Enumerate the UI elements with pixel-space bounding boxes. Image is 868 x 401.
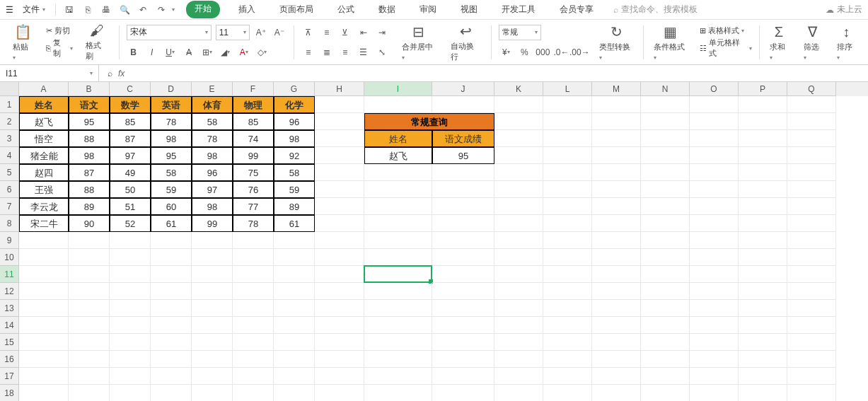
cell[interactable] [19,249,69,266]
cell[interactable] [543,96,592,113]
cell[interactable]: 98 [151,130,192,147]
cell[interactable] [494,215,543,232]
cell[interactable]: 78 [233,215,274,232]
cell[interactable] [315,368,364,385]
cell[interactable] [641,334,690,351]
select-all-corner[interactable] [0,82,19,96]
decrease-font-icon[interactable]: A⁻ [272,25,287,40]
copy-button[interactable]: ⎘复制▾ [46,37,74,59]
cell[interactable]: 97 [110,147,151,164]
cell[interactable]: 95 [432,147,494,164]
cell[interactable]: 59 [151,181,192,198]
cell[interactable]: 88 [69,181,110,198]
cell[interactable] [315,385,364,401]
cell[interactable] [364,215,432,232]
cell[interactable] [543,181,592,198]
cell[interactable] [739,96,787,113]
cell[interactable] [69,317,110,334]
row-header[interactable]: 14 [0,317,19,334]
cell[interactable] [364,334,432,351]
paste-button[interactable]: 📋 粘贴 ▾ [10,22,36,62]
cell[interactable]: 60 [151,198,192,215]
cut-button[interactable]: ✂剪切 [46,25,70,36]
cell[interactable] [641,181,690,198]
cell[interactable] [641,113,690,130]
row-header[interactable]: 1 [0,96,19,113]
cell[interactable] [494,130,543,147]
cell[interactable] [739,215,787,232]
cell[interactable]: 97 [192,181,233,198]
cell[interactable]: 51 [110,198,151,215]
cell[interactable] [364,232,432,249]
cell[interactable] [739,334,787,351]
border-button[interactable]: ⊞▾ [200,45,214,59]
cell[interactable] [739,368,787,385]
cell[interactable] [739,300,787,317]
cell[interactable] [233,385,274,401]
increase-decimal-icon[interactable]: .00→ [572,45,586,59]
cell[interactable] [739,249,787,266]
cell[interactable] [787,283,836,300]
cell[interactable]: 98 [192,198,233,215]
cell[interactable] [690,181,739,198]
cell-style-button[interactable]: ☷单元格样式▾ [700,37,752,59]
cell[interactable] [592,147,641,164]
cell[interactable] [543,385,592,401]
row-header[interactable]: 15 [0,334,19,351]
cell[interactable] [543,368,592,385]
cell[interactable] [592,368,641,385]
tab-4[interactable]: 数据 [373,1,401,18]
cell[interactable] [787,198,836,215]
cell[interactable] [641,351,690,368]
cell[interactable]: 77 [233,198,274,215]
cell[interactable] [110,300,151,317]
cell[interactable] [739,283,787,300]
cell[interactable]: 物理 [233,96,274,113]
cell[interactable] [233,351,274,368]
cell[interactable] [364,181,432,198]
cell[interactable] [364,266,432,283]
cell[interactable] [543,351,592,368]
cell[interactable] [274,266,315,283]
cell[interactable] [151,300,192,317]
cell[interactable] [787,351,836,368]
cell[interactable] [787,300,836,317]
cell[interactable] [787,266,836,283]
cell[interactable]: 99 [192,215,233,232]
font-color-button[interactable]: A▾ [237,45,251,59]
search-fx-icon[interactable]: ⌕ [108,69,112,79]
cell[interactable] [110,334,151,351]
cell[interactable] [315,164,364,181]
cell[interactable] [432,317,494,334]
cloud-status[interactable]: ☁ 未上云 [826,4,862,16]
cell[interactable] [274,249,315,266]
row-header[interactable]: 10 [0,249,19,266]
cell[interactable] [592,249,641,266]
cell[interactable] [192,317,233,334]
cell[interactable]: 89 [69,198,110,215]
cell[interactable] [543,334,592,351]
cell[interactable] [151,283,192,300]
cell[interactable] [151,334,192,351]
increase-font-icon[interactable]: A⁺ [254,25,268,40]
cell[interactable] [69,300,110,317]
cell[interactable] [690,130,739,147]
cell[interactable] [274,351,315,368]
indent-left-icon[interactable]: ⇤ [357,25,371,40]
cell[interactable] [432,198,494,215]
row-header[interactable]: 4 [0,147,19,164]
cell[interactable]: 姓名 [364,130,432,147]
cell[interactable] [233,368,274,385]
cell[interactable]: 59 [274,181,315,198]
cell[interactable] [690,266,739,283]
cell[interactable] [641,232,690,249]
cell[interactable] [787,249,836,266]
cell[interactable] [543,249,592,266]
preview-icon[interactable]: 🔍 [117,2,132,18]
cell[interactable] [432,283,494,300]
cell[interactable] [19,334,69,351]
col-header[interactable]: M [592,82,641,96]
cell[interactable] [494,300,543,317]
cell[interactable] [494,283,543,300]
currency-icon[interactable]: ¥▾ [499,45,513,59]
